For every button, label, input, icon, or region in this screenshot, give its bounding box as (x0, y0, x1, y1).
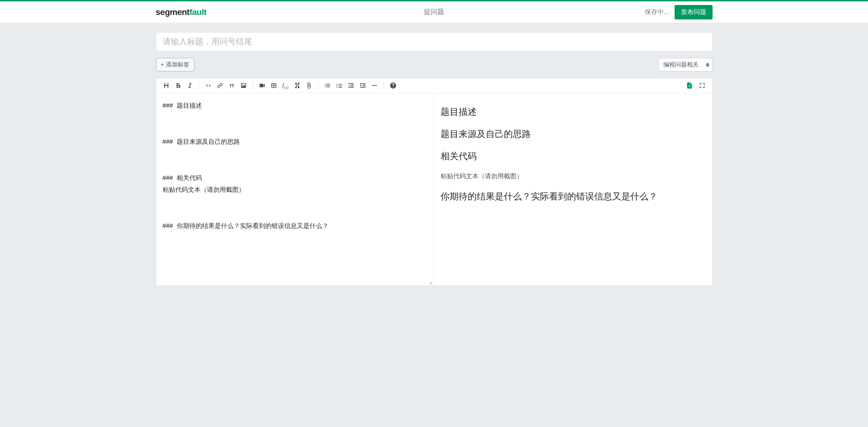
toolbar-separator (384, 81, 384, 90)
code-button[interactable] (203, 80, 214, 91)
preview-heading: 相关代码 (441, 150, 706, 162)
formula-icon: f(x) (282, 81, 289, 90)
flowchart-button[interactable] (292, 80, 303, 91)
header: segmentfault 提问题 保存中... 发布问题 (0, 1, 868, 23)
italic-button[interactable] (184, 80, 195, 91)
ordered-list-button[interactable] (322, 80, 333, 91)
page-title: 提问题 (424, 8, 444, 16)
link-icon (216, 82, 224, 89)
bold-button[interactable] (173, 80, 183, 91)
publish-button[interactable]: 发布问题 (675, 5, 713, 19)
outdent-button[interactable] (346, 80, 357, 91)
logo-seg: segment (156, 7, 190, 17)
category-select[interactable]: 编程问题相关 (658, 58, 713, 71)
paste-icon (686, 82, 693, 89)
hr-icon (371, 82, 378, 89)
quote-button[interactable] (226, 80, 237, 91)
video-button[interactable] (257, 80, 267, 91)
heading-button[interactable] (161, 80, 172, 91)
editor: f(x) (156, 78, 713, 286)
saving-indicator: 保存中... (645, 8, 669, 16)
outdent-icon (347, 82, 355, 89)
bold-icon (174, 82, 182, 89)
fullscreen-icon (699, 82, 706, 89)
heading-icon (163, 82, 170, 89)
preview-heading: 题目描述 (441, 106, 706, 118)
editor-panes: 题目描述 题目来源及自己的思路 相关代码 粘贴代码文本（请勿用截图） 你期待的结… (156, 93, 712, 285)
image-button[interactable] (238, 80, 249, 91)
unordered-list-icon (336, 82, 343, 89)
unordered-list-button[interactable] (334, 80, 345, 91)
italic-icon (186, 82, 193, 89)
attachment-button[interactable] (304, 80, 314, 91)
video-icon (258, 82, 266, 89)
toolbar-separator (199, 81, 199, 90)
logo[interactable]: segmentfault (156, 7, 206, 17)
flowchart-icon (294, 82, 301, 89)
add-tag-button[interactable]: + 添加标签 (156, 58, 194, 71)
preview-heading: 题目来源及自己的思路 (441, 128, 706, 140)
editor-source-pane (156, 93, 434, 285)
quote-icon (228, 82, 235, 89)
select-chevron-icon (706, 63, 709, 67)
indent-icon (359, 82, 366, 89)
toolbar-separator (318, 81, 319, 90)
editor-preview-pane: 题目描述 题目来源及自己的思路 相关代码 粘贴代码文本（请勿用截图） 你期待的结… (434, 93, 712, 285)
main-container: + 添加标签 编程问题相关 (156, 32, 713, 286)
help-button[interactable] (388, 80, 399, 91)
preview-heading: 你期待的结果是什么？实际看到的错误信息又是什么？ (441, 190, 706, 203)
preview-paragraph: 粘贴代码文本（请勿用截图） (441, 172, 706, 180)
fullscreen-button[interactable] (697, 80, 708, 91)
code-icon (205, 82, 212, 89)
title-input[interactable] (156, 32, 713, 52)
hr-button[interactable] (369, 80, 380, 91)
attachment-icon (305, 82, 313, 89)
table-icon (270, 82, 277, 89)
logo-fault: fault (189, 7, 206, 17)
toolbar-separator (253, 81, 253, 90)
link-button[interactable] (215, 80, 225, 91)
help-icon (389, 82, 397, 89)
ordered-list-icon (324, 82, 331, 89)
table-button[interactable] (268, 80, 279, 91)
tags-category-row: + 添加标签 编程问题相关 (156, 58, 713, 71)
formula-button[interactable]: f(x) (280, 80, 291, 91)
indent-button[interactable] (357, 80, 368, 91)
markdown-textarea[interactable] (156, 93, 434, 285)
editor-toolbar: f(x) (156, 78, 712, 93)
image-icon (240, 82, 247, 89)
category-selected-label: 编程问题相关 (663, 61, 699, 69)
paste-button[interactable] (684, 80, 695, 91)
